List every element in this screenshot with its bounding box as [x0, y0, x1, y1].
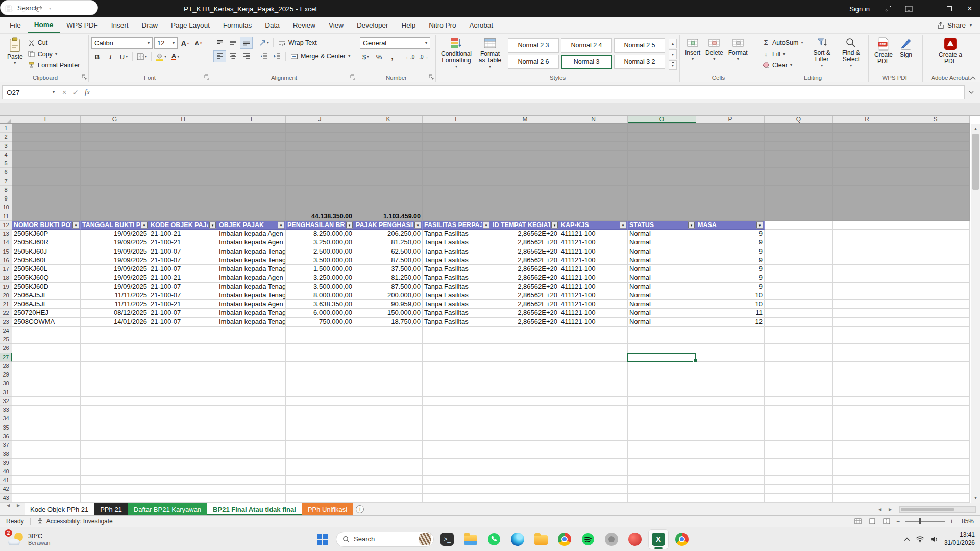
cell-O34[interactable] [628, 414, 696, 423]
cell-I22[interactable]: Imbalan kepada Tenaga [217, 309, 286, 317]
cell-O32[interactable] [628, 397, 696, 406]
cell-R22[interactable] [833, 309, 901, 317]
column-header-G[interactable]: G [81, 116, 149, 123]
taskbar-search[interactable]: Search [336, 532, 434, 547]
enter-formula-button[interactable]: ✓ [72, 88, 79, 96]
folder-icon[interactable] [531, 529, 551, 549]
font-color-button[interactable]: A ▾ [169, 51, 181, 62]
cell-G39[interactable] [81, 459, 149, 467]
name-box[interactable]: O27 ▾ [2, 85, 59, 99]
column-header-J[interactable]: J [286, 116, 354, 123]
cell-I33[interactable] [217, 406, 286, 414]
cell-F19[interactable]: 2505KJ60D [12, 283, 81, 291]
cell-P30[interactable] [696, 379, 765, 388]
row-header-14[interactable]: 14 [0, 238, 12, 247]
cell-J3[interactable] [286, 142, 354, 151]
cell-P6[interactable] [696, 168, 765, 177]
cell-J29[interactable] [286, 370, 354, 379]
cell-G17[interactable]: 19/09/2025 [81, 265, 149, 273]
cell-H6[interactable] [149, 168, 217, 177]
cell-J8[interactable] [286, 186, 354, 194]
cell-R30[interactable] [833, 379, 901, 388]
cell-H7[interactable] [149, 177, 217, 186]
filter-button-K[interactable]: ▾ [414, 222, 421, 229]
cell-L43[interactable] [423, 494, 491, 503]
cell-I18[interactable]: Imbalan kepada Agen I [217, 273, 286, 282]
cell-G33[interactable] [81, 406, 149, 414]
cell-O9[interactable] [628, 194, 696, 203]
cell-F38[interactable] [12, 449, 81, 458]
cell-I43[interactable] [217, 494, 286, 503]
cell-G35[interactable] [81, 423, 149, 432]
cell-N26[interactable] [559, 344, 628, 353]
pen-mode-button[interactable] [878, 0, 898, 17]
cut-button[interactable]: Cut [26, 37, 82, 48]
cell-O5[interactable] [628, 159, 696, 168]
cell-S15[interactable] [901, 247, 970, 256]
cell-K42[interactable] [354, 485, 423, 493]
cell-I37[interactable] [217, 441, 286, 449]
cell-I39[interactable] [217, 459, 286, 467]
cell-O20[interactable]: Normal [628, 291, 696, 300]
cell-F33[interactable] [12, 406, 81, 414]
column-header-P[interactable]: P [696, 116, 765, 123]
whatsapp-icon[interactable] [484, 529, 504, 549]
cell-G18[interactable]: 19/09/2025 [81, 273, 149, 282]
cell-S23[interactable] [901, 318, 970, 327]
cell-F43[interactable] [12, 494, 81, 503]
cell-Q32[interactable] [765, 397, 833, 406]
cell-H28[interactable] [149, 362, 217, 370]
cell-F42[interactable] [12, 485, 81, 493]
tab-scroll-left-button[interactable]: ◀ [3, 503, 13, 508]
cell-R3[interactable] [833, 142, 901, 151]
filter-button-N[interactable]: ▾ [620, 222, 626, 229]
cell-J12[interactable]: PENGHASILAN BRUT▾ [286, 221, 354, 230]
cell-S27[interactable] [901, 353, 970, 362]
cell-Q24[interactable] [765, 327, 833, 335]
cell-H17[interactable]: 21-100-07 [149, 265, 217, 273]
column-header-F[interactable]: F [12, 116, 81, 123]
cell-O39[interactable] [628, 459, 696, 467]
cell-J2[interactable] [286, 133, 354, 141]
cell-J23[interactable]: 750.000,00 [286, 318, 354, 327]
clipboard-dialog-launcher[interactable] [82, 74, 87, 80]
cell-K33[interactable] [354, 406, 423, 414]
page-layout-view-button[interactable] [868, 517, 877, 525]
conditional-formatting-button[interactable]: Conditional Formatting ▾ [438, 36, 474, 70]
cell-P21[interactable]: 10 [696, 300, 765, 309]
cell-Q29[interactable] [765, 370, 833, 379]
cell-Q3[interactable] [765, 142, 833, 151]
row-header-27[interactable]: 27 [0, 353, 12, 362]
find-select-button[interactable]: Find & Select ▾ [837, 36, 866, 69]
cell-N13[interactable]: 411121-100 [559, 230, 628, 238]
cell-H32[interactable] [149, 397, 217, 406]
ribbon-tab-formulas[interactable]: Formulas [216, 17, 258, 33]
cell-G2[interactable] [81, 133, 149, 141]
chrome-2-icon[interactable] [672, 529, 692, 549]
cell-P39[interactable] [696, 459, 765, 467]
cell-M2[interactable] [491, 133, 559, 141]
column-header-Q[interactable]: Q [765, 116, 833, 123]
cell-J18[interactable]: 3.250.000,00 [286, 273, 354, 282]
cell-N11[interactable] [559, 212, 628, 221]
cell-K24[interactable] [354, 327, 423, 335]
cell-G38[interactable] [81, 449, 149, 458]
cell-F3[interactable] [12, 142, 81, 151]
excel-taskbar-icon[interactable]: X [648, 529, 669, 549]
cell-I41[interactable] [217, 476, 286, 485]
cell-Q36[interactable] [765, 432, 833, 441]
red-app-icon[interactable] [625, 529, 645, 549]
font-size-select[interactable]: 12▾ [154, 37, 178, 49]
row-header-34[interactable]: 34 [0, 414, 12, 423]
undo-button[interactable]: ▾ [18, 6, 29, 12]
cell-S21[interactable] [901, 300, 970, 309]
cell-L30[interactable] [423, 379, 491, 388]
row-header-24[interactable]: 24 [0, 327, 12, 335]
cell-R17[interactable] [833, 265, 901, 273]
scroll-up-button[interactable]: ▴ [971, 124, 980, 133]
cell-O40[interactable] [628, 467, 696, 476]
cell-G29[interactable] [81, 370, 149, 379]
row-header-37[interactable]: 37 [0, 441, 12, 449]
cell-M20[interactable]: 2,86562E+20 [491, 291, 559, 300]
paste-button[interactable]: Paste ▾ [5, 36, 26, 66]
